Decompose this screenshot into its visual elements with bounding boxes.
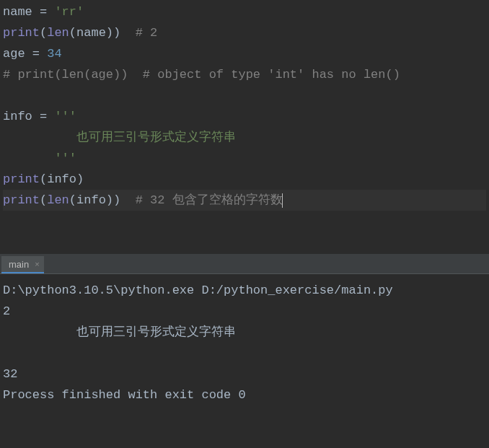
console-tab-bar: main ×: [0, 254, 489, 274]
function-print: print: [3, 193, 40, 207]
variable-info: info: [76, 193, 106, 207]
code-line[interactable]: info = ''': [3, 106, 486, 127]
paren: (: [40, 26, 47, 40]
operator-eq: =: [32, 5, 55, 19]
code-line[interactable]: 也可用三引号形式定义字符串: [3, 127, 486, 148]
number-literal: 34: [47, 47, 61, 61]
comment: # 32 包含了空格的字符数: [120, 193, 282, 207]
code-line[interactable]: name = 'rr': [3, 1, 486, 22]
paren: (: [69, 193, 76, 207]
operator-eq: =: [25, 47, 48, 61]
console-line: 2: [3, 301, 486, 322]
console-line: 32: [3, 364, 486, 385]
string-triple-open: ''': [54, 110, 76, 123]
tab-main[interactable]: main ×: [1, 256, 44, 273]
code-line[interactable]: print(info): [3, 169, 486, 190]
paren: (: [40, 193, 47, 207]
comment: # 2: [120, 26, 157, 40]
code-line[interactable]: # print(len(age)) # object of type 'int'…: [3, 64, 486, 85]
function-print: print: [3, 172, 40, 186]
function-print: print: [3, 26, 40, 40]
code-line[interactable]: print(len(name)) # 2: [3, 22, 486, 43]
code-line[interactable]: ''': [3, 148, 486, 169]
paren: )): [106, 193, 120, 207]
operator-eq: =: [32, 110, 55, 123]
variable-name: name: [3, 5, 32, 19]
builtin-len: len: [47, 26, 69, 40]
variable-info: info: [3, 110, 32, 123]
console-line: [3, 343, 486, 364]
string-content: 也可用三引号形式定义字符串: [3, 131, 236, 144]
console-line: D:\python3.10.5\python.exe D:/python_exe…: [3, 280, 486, 301]
comment: # print(len(age)) # object of type 'int'…: [3, 68, 400, 82]
builtin-len: len: [47, 193, 69, 207]
string-triple-close: ''': [3, 151, 76, 165]
tab-label: main: [9, 259, 29, 270]
variable-age: age: [3, 47, 25, 61]
code-line[interactable]: [3, 85, 486, 106]
variable-info: info: [47, 172, 76, 186]
code-line[interactable]: age = 34: [3, 43, 486, 64]
paren: ): [76, 172, 84, 186]
code-editor[interactable]: name = 'rr' print(len(name)) # 2 age = 3…: [0, 0, 489, 254]
paren: )): [106, 26, 120, 40]
close-icon[interactable]: ×: [35, 260, 39, 268]
code-line-current[interactable]: print(len(info)) # 32 包含了空格的字符数: [3, 190, 486, 211]
text-cursor: [282, 193, 283, 208]
variable-name: name: [76, 26, 106, 40]
run-console[interactable]: D:\python3.10.5\python.exe D:/python_exe…: [0, 274, 489, 447]
string-literal: 'rr': [54, 5, 84, 19]
console-line: 也可用三引号形式定义字符串: [3, 322, 486, 343]
paren: (: [69, 26, 76, 40]
paren: (: [40, 172, 47, 186]
console-line: Process finished with exit code 0: [3, 385, 486, 405]
